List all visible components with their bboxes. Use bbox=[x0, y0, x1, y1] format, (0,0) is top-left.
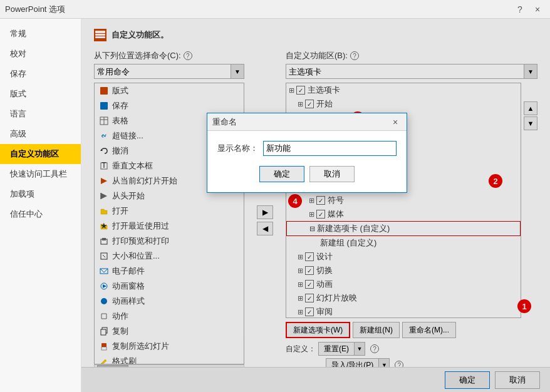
help-button[interactable]: ? bbox=[512, 3, 527, 16]
display-name-label: 显示名称： bbox=[217, 143, 258, 154]
sidebar-item-language[interactable]: 语言 bbox=[0, 104, 81, 124]
main-content: 自定义功能区。 从下列位置选择命令(C): ? 常用命令 ▼ bbox=[81, 19, 550, 392]
rename-dialog-body: 显示名称： 确定 取消 bbox=[207, 131, 407, 192]
rename-input[interactable] bbox=[263, 141, 397, 156]
sidebar: 常规 校对 保存 版式 语言 高级 自定义功能区 快速访问工具栏 加载项 信任中… bbox=[0, 19, 81, 392]
rename-close-button[interactable]: × bbox=[389, 116, 402, 128]
sidebar-item-advanced[interactable]: 高级 bbox=[0, 124, 81, 144]
rename-dialog-title: 重命名 bbox=[212, 116, 237, 128]
sidebar-item-quick-access[interactable]: 快速访问工具栏 bbox=[0, 164, 81, 184]
close-button[interactable]: × bbox=[530, 3, 545, 16]
rename-title-bar: 重命名 × bbox=[207, 113, 407, 131]
sidebar-item-save[interactable]: 保存 bbox=[0, 64, 81, 84]
rename-row: 显示名称： bbox=[217, 141, 397, 156]
window-controls: ? × bbox=[512, 3, 545, 16]
dialog-body: 常规 校对 保存 版式 语言 高级 自定义功能区 快速访问工具栏 加载项 信任中… bbox=[0, 19, 550, 392]
title-bar: PowerPoint 选项 ? × bbox=[0, 0, 550, 19]
sidebar-item-trust-center[interactable]: 信任中心 bbox=[0, 204, 81, 224]
sidebar-item-proofing[interactable]: 校对 bbox=[0, 44, 81, 64]
rename-dialog: 重命名 × 显示名称： 确定 取消 bbox=[207, 113, 407, 193]
dialog-title: PowerPoint 选项 bbox=[5, 4, 65, 15]
rename-actions: 确定 取消 bbox=[217, 166, 397, 182]
rename-cancel-button[interactable]: 取消 bbox=[309, 166, 355, 182]
sidebar-item-general[interactable]: 常规 bbox=[0, 24, 81, 44]
sidebar-item-customize-ribbon[interactable]: 自定义功能区 bbox=[0, 144, 81, 164]
dialog-overlay bbox=[81, 19, 550, 392]
rename-confirm-button[interactable]: 确定 bbox=[259, 166, 304, 182]
sidebar-item-layout[interactable]: 版式 bbox=[0, 84, 81, 104]
sidebar-item-addins[interactable]: 加载项 bbox=[0, 184, 81, 204]
